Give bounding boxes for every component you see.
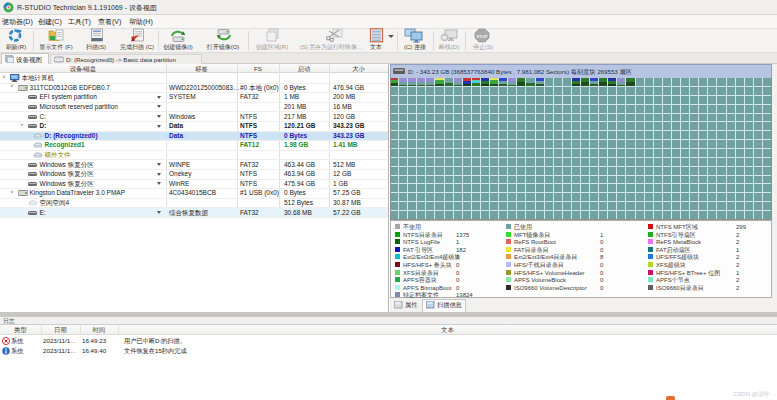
- svg-text:STOP: STOP: [476, 34, 488, 39]
